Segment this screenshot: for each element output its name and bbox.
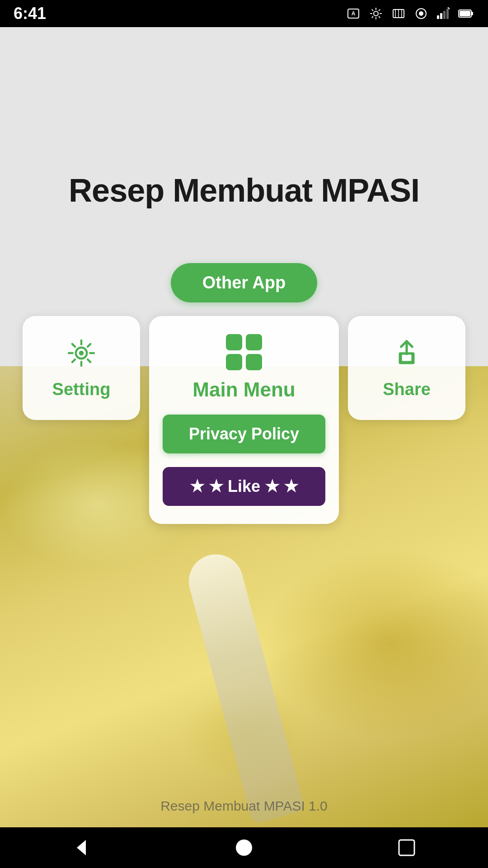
svg-point-8 — [419, 11, 423, 16]
svg-point-2 — [374, 11, 378, 16]
svg-rect-9 — [437, 15, 439, 19]
settings-dot-icon — [368, 5, 384, 22]
other-app-button[interactable]: Other App — [171, 263, 317, 302]
svg-rect-16 — [471, 12, 473, 15]
nav-bar — [0, 827, 488, 868]
nav-back-button[interactable] — [63, 830, 99, 866]
grid-icon — [226, 334, 262, 370]
gear-icon — [66, 337, 97, 371]
svg-rect-32 — [399, 840, 414, 855]
text-icon: A — [345, 5, 361, 22]
version-text: Resep Membuat MPASI 1.0 — [0, 798, 488, 814]
svg-rect-15 — [460, 11, 470, 16]
svg-marker-30 — [77, 840, 86, 855]
main-content: Resep Membuat MPASI Other App — [0, 27, 488, 827]
status-time: 6:41 — [14, 4, 46, 23]
memory-icon — [390, 5, 407, 22]
svg-line-23 — [88, 359, 90, 362]
svg-point-31 — [236, 840, 252, 856]
setting-card[interactable]: Setting — [23, 316, 140, 420]
like-button[interactable]: ★ ★ Like ★ ★ — [163, 467, 325, 506]
main-menu-card[interactable]: Main Menu Privacy Policy ★ ★ Like ★ ★ — [149, 316, 339, 524]
svg-text:A: A — [352, 10, 356, 17]
setting-label: Setting — [52, 380, 111, 399]
privacy-policy-button[interactable]: Privacy Policy — [163, 415, 325, 453]
svg-line-24 — [88, 344, 90, 346]
svg-line-22 — [72, 344, 75, 346]
status-icons: A — [345, 5, 474, 22]
svg-rect-10 — [440, 13, 442, 19]
share-label: Share — [383, 380, 431, 399]
nav-home-button[interactable] — [226, 830, 262, 866]
signal-icon — [436, 5, 452, 22]
svg-rect-28 — [402, 354, 412, 361]
share-card[interactable]: Share — [348, 316, 465, 420]
nav-recent-button[interactable] — [389, 830, 425, 866]
main-menu-top: Main Menu — [192, 334, 295, 401]
circle-arrow-icon — [413, 5, 429, 22]
svg-point-26 — [79, 350, 84, 355]
status-bar: 6:41 A — [0, 0, 488, 27]
main-menu-label: Main Menu — [192, 378, 295, 401]
app-title: Resep Membuat MPASI — [51, 172, 437, 209]
svg-line-25 — [72, 359, 75, 362]
cards-row: Setting Main Menu Privacy Policy ★ ★ Lik… — [0, 316, 488, 524]
svg-rect-12 — [446, 9, 449, 19]
battery-icon — [458, 5, 474, 22]
svg-rect-11 — [443, 11, 446, 19]
share-icon — [391, 337, 422, 371]
